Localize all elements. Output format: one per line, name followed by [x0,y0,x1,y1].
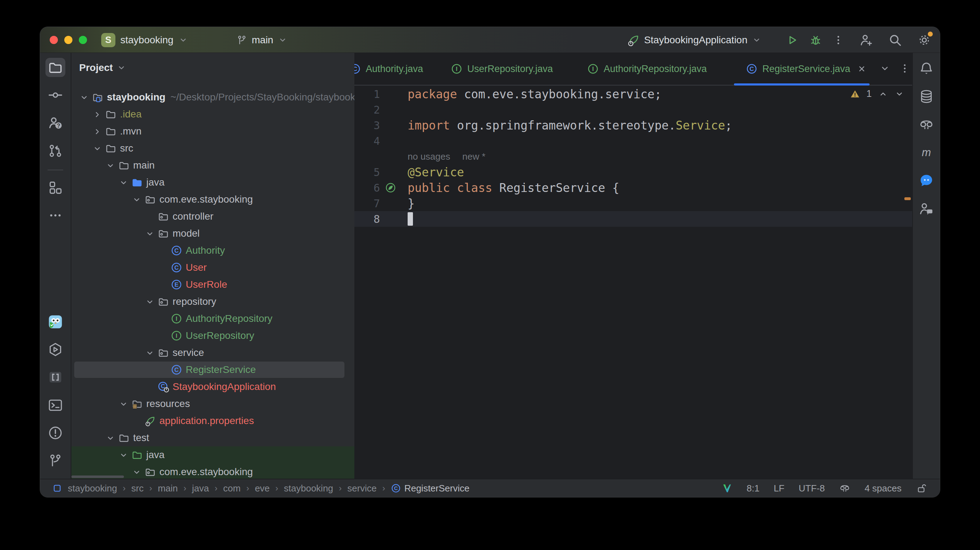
tree-item-application-properties[interactable]: application.properties [72,412,354,430]
chevron-down-icon[interactable] [119,178,129,188]
tree-item-authority[interactable]: Authority [72,242,354,259]
breadcrumb-item[interactable]: src [131,483,144,494]
tree-item-test[interactable]: test [72,430,354,446]
chevron-down-icon[interactable] [79,93,89,103]
tree-item-model[interactable]: model [72,225,354,242]
code-with-me-tool-button[interactable] [916,199,936,219]
hidden-tabs-chevron-icon[interactable] [879,63,891,74]
learn-tool-button[interactable] [45,113,65,132]
search-everywhere-button[interactable] [888,33,902,47]
module-icon [52,483,62,493]
indent-widget[interactable]: 4 spaces [865,483,902,494]
close-tab-icon[interactable] [857,64,867,74]
breadcrumb-item[interactable]: eve [255,483,270,494]
chevron-down-icon[interactable] [132,467,142,477]
tree-item-userrole[interactable]: UserRole [72,276,354,293]
maven-tool-button[interactable] [916,143,936,163]
breadcrumb-item[interactable]: main [158,483,178,494]
tab-options-icon[interactable] [899,63,910,74]
breadcrumb-item[interactable]: staybooking [284,483,333,494]
chevron-down-icon[interactable] [145,229,155,239]
version-control-tool-button[interactable] [45,451,65,470]
structure-tool-button[interactable] [45,178,65,197]
tree-item-registerservice[interactable]: RegisterService [72,361,354,378]
notifications-tool-button[interactable] [916,59,936,78]
breadcrumb-item[interactable]: service [347,483,376,494]
chevron-down-icon[interactable] [105,161,115,171]
code-viewport[interactable]: 1 package com.eve.staybooking.service; 2… [354,86,912,227]
tree-item-resources[interactable]: resources [72,395,354,412]
chevron-down-icon[interactable] [145,348,155,358]
spring-properties-icon [145,415,156,426]
encoding-widget[interactable]: UTF-8 [799,483,825,494]
branch-selector[interactable]: main [236,27,288,53]
author-hint[interactable]: new * [462,151,485,162]
close-window-button[interactable] [50,36,58,44]
copilot-tool-button[interactable] [916,115,936,135]
tree-item-package-main[interactable]: com.eve.staybooking [72,191,354,208]
tree-item-src[interactable]: src [72,140,354,157]
project-folder-icon [92,92,103,103]
copilot-status-icon[interactable] [839,483,850,494]
tree-item-idea[interactable]: .idea [72,106,354,123]
spring-bean-gutter-icon[interactable] [385,182,396,193]
settings-button[interactable] [917,33,931,47]
project-panel-header[interactable]: Project [79,62,126,73]
tree-item-java-main[interactable]: java [72,174,354,191]
line-separator-widget[interactable]: LF [774,483,784,494]
tree-item-controller[interactable]: controller [72,208,354,225]
project-tool-button[interactable] [45,58,65,77]
tree-item-userrepository[interactable]: UserRepository [72,327,354,344]
pull-requests-tool-button[interactable] [45,141,65,160]
more-tools-button[interactable] [45,206,65,225]
chevron-down-icon[interactable] [119,450,129,460]
code-with-me-button[interactable] [859,33,873,47]
plugin-owl-tool-button[interactable] [45,312,65,331]
tab-authorityrepository-java[interactable]: AuthorityRepository.java [587,53,707,85]
dev-container-tool-button[interactable] [45,368,65,387]
run-button[interactable] [786,34,799,46]
run-configuration-selector[interactable]: StaybookingApplication [627,34,762,46]
chevron-right-icon[interactable] [92,127,102,136]
chevron-down-icon[interactable] [105,433,115,443]
problems-tool-button[interactable] [45,423,65,442]
breadcrumb-item-current[interactable]: RegisterService [391,483,470,494]
tree-item-user[interactable]: User [72,259,354,276]
horizontal-scrollbar[interactable] [72,476,124,478]
breadcrumb-item[interactable]: com [223,483,241,494]
tree-item-java-test[interactable]: java [72,446,354,463]
chevron-down-icon[interactable] [132,195,142,205]
usages-hint[interactable]: no usages [407,151,450,162]
caret-position-widget[interactable]: 8:1 [747,483,759,494]
project-avatar: S [101,33,115,47]
more-actions-button[interactable] [833,35,844,46]
tree-item-repository[interactable]: repository [72,293,354,310]
tab-authority-java[interactable]: Authority.java [354,53,423,85]
tree-item-service[interactable]: service [72,344,354,361]
chevron-down-icon[interactable] [145,297,155,307]
tree-item-main[interactable]: main [72,157,354,174]
breadcrumb-item[interactable]: staybooking [68,483,117,494]
commit-tool-button[interactable] [45,86,65,105]
services-tool-button[interactable] [45,340,65,359]
tree-item-staybooking-root[interactable]: staybooking~/Desktop/Projects/StayBookin… [72,89,354,106]
debug-button[interactable] [809,34,822,46]
breadcrumb-item[interactable]: java [192,483,209,494]
tab-registerservice-java[interactable]: RegisterService.java [734,53,870,85]
chat-tool-button[interactable] [916,171,936,190]
chevron-down-icon[interactable] [92,144,102,154]
minimize-window-button[interactable] [64,36,72,44]
plugin-v-icon[interactable] [721,483,732,494]
error-stripe-warning-mark[interactable] [904,197,911,200]
terminal-tool-button[interactable] [45,395,65,414]
chevron-right-icon[interactable] [92,109,102,120]
chevron-down-icon[interactable] [119,399,129,409]
zoom-window-button[interactable] [79,36,87,44]
unlocked-icon[interactable] [916,483,927,494]
tree-item-staybookingapplication[interactable]: StaybookingApplication [72,378,354,395]
tab-userrepository-java[interactable]: UserRepository.java [451,53,553,85]
tree-item-mvn[interactable]: .mvn [72,123,354,140]
database-tool-button[interactable] [916,87,936,106]
project-selector[interactable]: S staybooking [101,27,188,53]
tree-item-authorityrepository[interactable]: AuthorityRepository [72,310,354,327]
